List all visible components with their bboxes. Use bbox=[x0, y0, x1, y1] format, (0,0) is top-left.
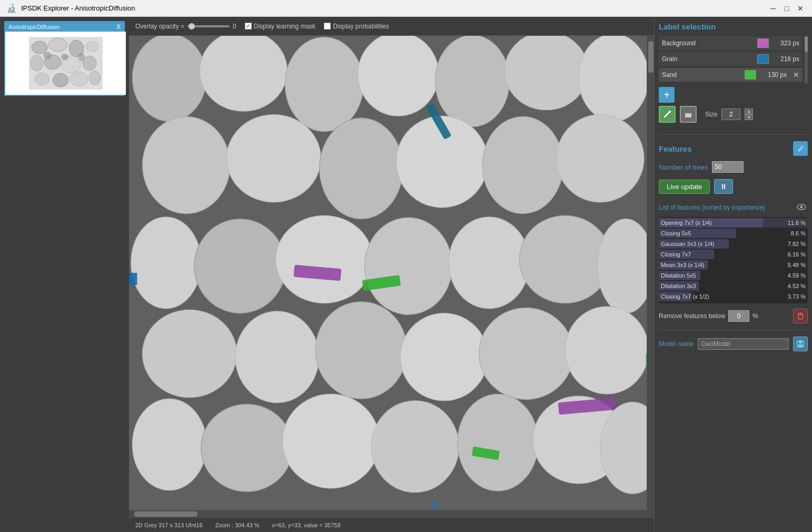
svg-point-20 bbox=[358, 36, 439, 116]
label-row-sand[interactable]: Sand 130 px ✕ bbox=[659, 68, 803, 82]
minimize-button[interactable]: ─ bbox=[768, 3, 778, 14]
feature-item-7: Closing 7x7 (x 1/2) 3.73 % bbox=[659, 292, 808, 301]
model-name-input[interactable] bbox=[698, 338, 789, 350]
model-name-label: Model name bbox=[659, 340, 694, 348]
label-row-grain[interactable]: Grain 216 px bbox=[659, 52, 803, 66]
cursor-coords: x=63, y=33, value = 35758 bbox=[272, 522, 341, 528]
num-trees-label: Number of trees bbox=[659, 163, 708, 171]
right-panel: Label selection Background 323 px Grain … bbox=[654, 17, 812, 532]
label-color-background[interactable] bbox=[757, 38, 769, 48]
remove-features-label: Remove features below bbox=[659, 312, 725, 320]
feature-pct-5: 4.59 % bbox=[788, 272, 806, 279]
toolbar: Overlay opacity = 0 Display learning mas… bbox=[129, 17, 654, 36]
save-icon bbox=[796, 340, 805, 348]
svg-rect-73 bbox=[798, 344, 803, 347]
label-remove-sand[interactable]: ✕ bbox=[793, 71, 799, 79]
brush-tools: Size ▲ ▼ bbox=[659, 106, 808, 123]
svg-point-10 bbox=[53, 73, 68, 87]
feature-pct-3: 6.16 % bbox=[788, 251, 806, 258]
svg-point-32 bbox=[276, 215, 373, 303]
image-canvas-container[interactable] bbox=[129, 36, 654, 510]
label-color-sand[interactable] bbox=[745, 70, 756, 80]
feature-name-3: Closing 7x7 bbox=[661, 251, 788, 258]
svg-point-26 bbox=[320, 118, 403, 219]
label-scroll-thumb[interactable] bbox=[805, 36, 808, 52]
feature-pct-1: 8.6 % bbox=[791, 230, 806, 237]
svg-point-65 bbox=[800, 205, 803, 208]
add-label-button[interactable]: + bbox=[659, 87, 675, 103]
svg-rect-56 bbox=[432, 502, 437, 507]
window-title: IPSDK Explorer - AnisotropicDiffusion bbox=[21, 4, 135, 12]
svg-point-46 bbox=[371, 401, 459, 492]
feature-item-2: Gaussian 3x3 (x 1/4) 7.82 % bbox=[659, 239, 808, 249]
svg-point-42 bbox=[565, 307, 648, 394]
brush-button[interactable] bbox=[659, 106, 676, 123]
label-selection-title: Label selection bbox=[659, 22, 808, 31]
image-viewer[interactable] bbox=[129, 36, 654, 510]
trash-button[interactable] bbox=[793, 309, 808, 323]
svg-point-8 bbox=[83, 56, 96, 71]
label-row-background[interactable]: Background 323 px bbox=[659, 36, 803, 50]
features-settings-button[interactable] bbox=[793, 141, 808, 156]
svg-point-29 bbox=[557, 115, 644, 202]
svg-point-23 bbox=[579, 36, 649, 121]
overlay-opacity-slider[interactable] bbox=[187, 25, 230, 27]
label-scrollbar[interactable] bbox=[805, 36, 808, 84]
feature-pct-4: 5.48 % bbox=[788, 262, 806, 268]
center-area: Overlay opacity = 0 Display learning mas… bbox=[129, 17, 654, 532]
remove-features-input[interactable] bbox=[728, 310, 749, 322]
svg-point-12 bbox=[89, 71, 101, 85]
close-button[interactable]: ✕ bbox=[795, 3, 806, 14]
svg-rect-62 bbox=[685, 113, 688, 117]
features-eye-button[interactable] bbox=[795, 201, 808, 214]
h-scroll-thumb[interactable] bbox=[134, 511, 197, 517]
model-name-row: Model name bbox=[659, 337, 808, 351]
size-decrement-button[interactable]: ▼ bbox=[745, 114, 753, 120]
size-increment-button[interactable]: ▲ bbox=[745, 109, 753, 114]
brush-size-input[interactable] bbox=[721, 109, 740, 120]
svg-point-15 bbox=[78, 53, 85, 61]
v-scroll-thumb[interactable] bbox=[648, 41, 653, 73]
svg-point-22 bbox=[504, 36, 588, 110]
svg-point-28 bbox=[482, 116, 563, 213]
display-learning-mask-label: Display learning mask bbox=[254, 23, 315, 30]
eraser-button[interactable] bbox=[680, 106, 697, 123]
image-panel-close[interactable]: X bbox=[116, 23, 121, 31]
feature-item-6: Dilatation 3x3 4.53 % bbox=[659, 281, 808, 291]
svg-point-25 bbox=[226, 115, 321, 202]
brush-size-spinner: ▲ ▼ bbox=[745, 109, 753, 120]
feature-item-5: Dilatation 5x5 4.59 % bbox=[659, 271, 808, 280]
feature-name-2: Gaussian 3x3 (x 1/4) bbox=[661, 241, 788, 247]
svg-point-31 bbox=[194, 219, 286, 313]
svg-point-33 bbox=[364, 218, 452, 314]
num-trees-row: Number of trees bbox=[659, 161, 808, 173]
features-list-label: List of features (sorted by importance) bbox=[659, 204, 765, 211]
label-list-container: Background 323 px Grain 216 px Sand bbox=[659, 36, 808, 84]
live-update-button[interactable]: Live update bbox=[659, 180, 710, 194]
maximize-button[interactable]: □ bbox=[781, 3, 792, 14]
svg-point-35 bbox=[519, 215, 611, 303]
label-count-sand: 130 px bbox=[760, 71, 787, 78]
features-header: Features bbox=[659, 141, 808, 156]
save-model-button[interactable] bbox=[793, 337, 808, 351]
horizontal-scrollbar[interactable] bbox=[129, 510, 654, 517]
display-probabilities-group[interactable]: Display probabilities bbox=[324, 23, 389, 30]
label-color-grain[interactable] bbox=[757, 54, 769, 64]
remove-features-row: Remove features below % bbox=[659, 309, 808, 323]
remove-pct-label: % bbox=[752, 312, 758, 320]
label-name-grain: Grain bbox=[662, 55, 753, 63]
display-learning-mask-checkbox[interactable] bbox=[245, 23, 252, 29]
pause-button[interactable]: ⏸ bbox=[714, 179, 733, 194]
display-probabilities-checkbox[interactable] bbox=[324, 23, 331, 29]
svg-point-36 bbox=[598, 219, 654, 313]
svg-rect-54 bbox=[129, 273, 137, 285]
overlay-opacity-value: 0 bbox=[233, 23, 236, 30]
num-trees-input[interactable] bbox=[712, 161, 744, 173]
svg-point-13 bbox=[43, 52, 52, 59]
label-list: Background 323 px Grain 216 px Sand bbox=[659, 36, 803, 84]
display-learning-mask-group[interactable]: Display learning mask bbox=[245, 23, 315, 30]
svg-point-5 bbox=[31, 55, 43, 71]
svg-point-44 bbox=[201, 404, 293, 491]
divider-1 bbox=[659, 134, 808, 135]
vertical-scrollbar[interactable] bbox=[647, 36, 654, 510]
